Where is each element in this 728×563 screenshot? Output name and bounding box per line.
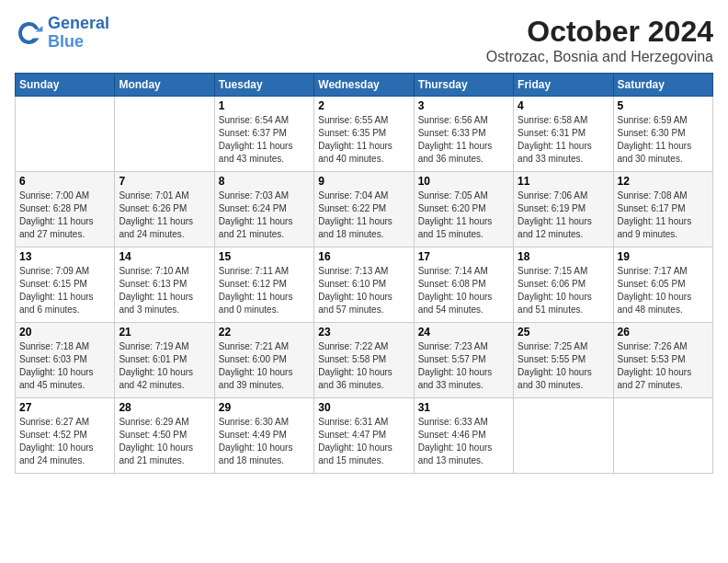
calendar-cell: 5Sunrise: 6:59 AMSunset: 6:30 PMDaylight… bbox=[613, 97, 712, 172]
day-number: 4 bbox=[518, 99, 609, 112]
day-number: 13 bbox=[19, 250, 110, 263]
day-number: 31 bbox=[418, 401, 509, 414]
calendar-cell bbox=[514, 398, 613, 474]
day-info: Sunrise: 7:18 AMSunset: 6:03 PMDaylight:… bbox=[19, 340, 110, 392]
day-info: Sunrise: 7:15 AMSunset: 6:06 PMDaylight:… bbox=[518, 265, 609, 316]
day-info: Sunrise: 7:25 AMSunset: 5:55 PMDaylight:… bbox=[518, 340, 609, 392]
day-number: 10 bbox=[418, 175, 509, 188]
calendar-cell: 4Sunrise: 6:58 AMSunset: 6:31 PMDaylight… bbox=[514, 97, 613, 172]
day-number: 14 bbox=[119, 250, 210, 263]
calendar-cell: 20Sunrise: 7:18 AMSunset: 6:03 PMDayligh… bbox=[16, 323, 115, 398]
logo-icon bbox=[15, 18, 44, 48]
day-number: 18 bbox=[518, 250, 609, 263]
calendar-cell: 23Sunrise: 7:22 AMSunset: 5:58 PMDayligh… bbox=[314, 323, 414, 398]
day-info: Sunrise: 6:29 AMSunset: 4:50 PMDaylight:… bbox=[119, 416, 210, 467]
day-number: 27 bbox=[19, 401, 110, 414]
day-number: 3 bbox=[418, 99, 509, 112]
calendar-cell: 12Sunrise: 7:08 AMSunset: 6:17 PMDayligh… bbox=[613, 172, 712, 247]
day-info: Sunrise: 7:14 AMSunset: 6:08 PMDaylight:… bbox=[418, 265, 509, 316]
day-info: Sunrise: 7:21 AMSunset: 6:00 PMDaylight:… bbox=[219, 340, 310, 392]
day-number: 19 bbox=[618, 250, 709, 263]
day-number: 7 bbox=[119, 175, 210, 188]
calendar-cell: 14Sunrise: 7:10 AMSunset: 6:13 PMDayligh… bbox=[115, 247, 214, 323]
day-number: 20 bbox=[19, 326, 110, 339]
day-number: 2 bbox=[318, 99, 409, 112]
day-number: 30 bbox=[318, 401, 409, 414]
day-info: Sunrise: 7:04 AMSunset: 6:22 PMDaylight:… bbox=[318, 190, 409, 241]
day-number: 29 bbox=[219, 401, 310, 414]
day-info: Sunrise: 7:23 AMSunset: 5:57 PMDaylight:… bbox=[418, 340, 509, 392]
calendar-cell: 2Sunrise: 6:55 AMSunset: 6:35 PMDaylight… bbox=[314, 97, 414, 172]
month-title: October 2024 bbox=[486, 15, 713, 49]
day-info: Sunrise: 7:00 AMSunset: 6:28 PMDaylight:… bbox=[19, 190, 110, 241]
calendar-cell: 29Sunrise: 6:30 AMSunset: 4:49 PMDayligh… bbox=[214, 398, 313, 474]
logo-line1: General bbox=[48, 14, 109, 32]
weekday-header: Friday bbox=[514, 74, 613, 97]
day-number: 6 bbox=[19, 175, 110, 188]
day-info: Sunrise: 6:54 AMSunset: 6:37 PMDaylight:… bbox=[219, 114, 310, 166]
weekday-header: Monday bbox=[115, 74, 214, 97]
calendar-cell: 8Sunrise: 7:03 AMSunset: 6:24 PMDaylight… bbox=[214, 172, 313, 247]
day-info: Sunrise: 7:10 AMSunset: 6:13 PMDaylight:… bbox=[119, 265, 210, 316]
calendar-cell: 31Sunrise: 6:33 AMSunset: 4:46 PMDayligh… bbox=[414, 398, 513, 474]
calendar-cell: 27Sunrise: 6:27 AMSunset: 4:52 PMDayligh… bbox=[16, 398, 115, 474]
weekday-header: Tuesday bbox=[214, 74, 313, 97]
location-title: Ostrozac, Bosnia and Herzegovina bbox=[486, 49, 713, 65]
day-info: Sunrise: 7:01 AMSunset: 6:26 PMDaylight:… bbox=[119, 190, 210, 241]
calendar-cell: 6Sunrise: 7:00 AMSunset: 6:28 PMDaylight… bbox=[16, 172, 115, 247]
calendar-cell: 3Sunrise: 6:56 AMSunset: 6:33 PMDaylight… bbox=[414, 97, 513, 172]
logo-line2: Blue bbox=[48, 32, 84, 51]
day-info: Sunrise: 6:55 AMSunset: 6:35 PMDaylight:… bbox=[318, 114, 409, 166]
calendar-week-row: 1Sunrise: 6:54 AMSunset: 6:37 PMDaylight… bbox=[16, 97, 713, 172]
day-info: Sunrise: 6:59 AMSunset: 6:30 PMDaylight:… bbox=[618, 114, 709, 166]
calendar-cell: 7Sunrise: 7:01 AMSunset: 6:26 PMDaylight… bbox=[115, 172, 214, 247]
calendar-cell: 10Sunrise: 7:05 AMSunset: 6:20 PMDayligh… bbox=[414, 172, 513, 247]
day-number: 11 bbox=[518, 175, 609, 188]
calendar-body: 1Sunrise: 6:54 AMSunset: 6:37 PMDaylight… bbox=[16, 97, 713, 474]
calendar-week-row: 27Sunrise: 6:27 AMSunset: 4:52 PMDayligh… bbox=[16, 398, 713, 474]
day-info: Sunrise: 7:17 AMSunset: 6:05 PMDaylight:… bbox=[618, 265, 709, 316]
day-info: Sunrise: 6:30 AMSunset: 4:49 PMDaylight:… bbox=[219, 416, 310, 467]
day-info: Sunrise: 7:19 AMSunset: 6:01 PMDaylight:… bbox=[119, 340, 210, 392]
day-info: Sunrise: 6:56 AMSunset: 6:33 PMDaylight:… bbox=[418, 114, 509, 166]
day-info: Sunrise: 7:03 AMSunset: 6:24 PMDaylight:… bbox=[219, 190, 310, 241]
calendar-cell bbox=[613, 398, 712, 474]
day-number: 12 bbox=[618, 175, 709, 188]
calendar-cell bbox=[16, 97, 115, 172]
weekday-header: Thursday bbox=[414, 74, 513, 97]
calendar-table: SundayMondayTuesdayWednesdayThursdayFrid… bbox=[15, 73, 713, 474]
day-number: 5 bbox=[618, 99, 709, 112]
calendar-week-row: 20Sunrise: 7:18 AMSunset: 6:03 PMDayligh… bbox=[16, 323, 713, 398]
logo: General Blue bbox=[15, 15, 109, 52]
day-info: Sunrise: 6:33 AMSunset: 4:46 PMDaylight:… bbox=[418, 416, 509, 467]
calendar-cell: 21Sunrise: 7:19 AMSunset: 6:01 PMDayligh… bbox=[115, 323, 214, 398]
calendar-cell: 24Sunrise: 7:23 AMSunset: 5:57 PMDayligh… bbox=[414, 323, 513, 398]
weekday-header: Sunday bbox=[16, 74, 115, 97]
day-info: Sunrise: 7:11 AMSunset: 6:12 PMDaylight:… bbox=[219, 265, 310, 316]
calendar-cell: 16Sunrise: 7:13 AMSunset: 6:10 PMDayligh… bbox=[314, 247, 414, 323]
day-info: Sunrise: 6:58 AMSunset: 6:31 PMDaylight:… bbox=[518, 114, 609, 166]
calendar-cell: 19Sunrise: 7:17 AMSunset: 6:05 PMDayligh… bbox=[613, 247, 712, 323]
calendar-cell: 15Sunrise: 7:11 AMSunset: 6:12 PMDayligh… bbox=[214, 247, 313, 323]
calendar-cell: 28Sunrise: 6:29 AMSunset: 4:50 PMDayligh… bbox=[115, 398, 214, 474]
day-info: Sunrise: 7:26 AMSunset: 5:53 PMDaylight:… bbox=[618, 340, 709, 392]
day-number: 25 bbox=[518, 326, 609, 339]
weekday-header: Saturday bbox=[613, 74, 712, 97]
logo-text: General Blue bbox=[48, 15, 109, 52]
day-info: Sunrise: 7:22 AMSunset: 5:58 PMDaylight:… bbox=[318, 340, 409, 392]
title-block: October 2024 Ostrozac, Bosnia and Herzeg… bbox=[486, 15, 713, 65]
calendar-header-row: SundayMondayTuesdayWednesdayThursdayFrid… bbox=[16, 74, 713, 97]
calendar-cell: 26Sunrise: 7:26 AMSunset: 5:53 PMDayligh… bbox=[613, 323, 712, 398]
day-info: Sunrise: 7:13 AMSunset: 6:10 PMDaylight:… bbox=[318, 265, 409, 316]
day-info: Sunrise: 6:31 AMSunset: 4:47 PMDaylight:… bbox=[318, 416, 409, 467]
day-number: 8 bbox=[219, 175, 310, 188]
page-header: General Blue October 2024 Ostrozac, Bosn… bbox=[15, 15, 713, 65]
day-number: 9 bbox=[318, 175, 409, 188]
day-number: 16 bbox=[318, 250, 409, 263]
calendar-cell: 17Sunrise: 7:14 AMSunset: 6:08 PMDayligh… bbox=[414, 247, 513, 323]
calendar-week-row: 13Sunrise: 7:09 AMSunset: 6:15 PMDayligh… bbox=[16, 247, 713, 323]
day-number: 1 bbox=[219, 99, 310, 112]
day-number: 26 bbox=[618, 326, 709, 339]
day-info: Sunrise: 7:05 AMSunset: 6:20 PMDaylight:… bbox=[418, 190, 509, 241]
day-info: Sunrise: 7:06 AMSunset: 6:19 PMDaylight:… bbox=[518, 190, 609, 241]
